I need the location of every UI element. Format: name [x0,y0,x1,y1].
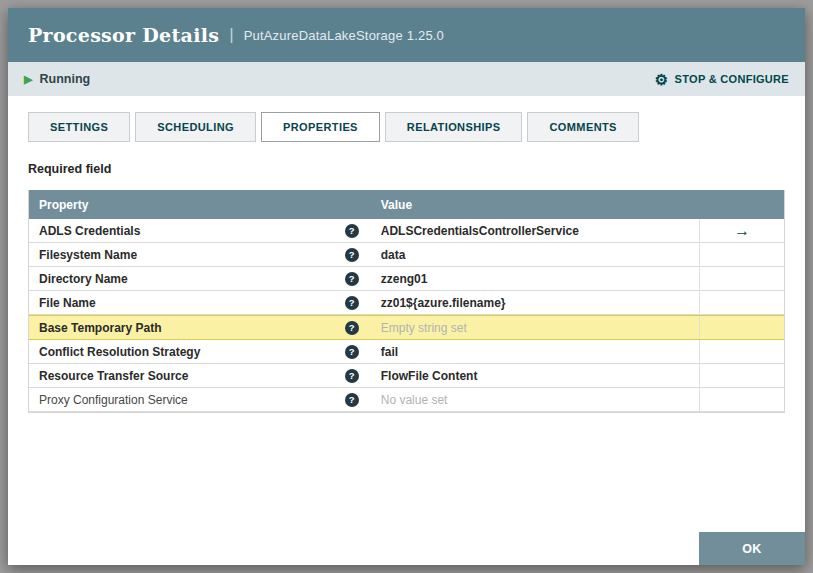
property-name: Filesystem Name [39,248,137,262]
question-mark-icon[interactable]: ? [345,296,359,310]
table-row[interactable]: ADLS Credentials?ADLSCredentialsControll… [29,219,784,243]
table-row[interactable]: Conflict Resolution Strategy?fail [29,340,784,364]
table-row[interactable]: Filesystem Name?data [29,243,784,267]
title-separator: | [229,25,233,45]
properties-table-body: ADLS Credentials?ADLSCredentialsControll… [29,219,784,412]
property-cell: Resource Transfer Source? [29,369,369,383]
property-cell: Proxy Configuration Service? [29,393,369,407]
property-name: Conflict Resolution Strategy [39,345,200,359]
property-value-cell[interactable]: Empty string set [369,321,699,335]
property-value-cell[interactable]: FlowFile Content [369,369,699,383]
property-cell: File Name? [29,296,369,310]
property-value-cell[interactable]: No value set [369,393,699,407]
table-row[interactable]: Directory Name?zzeng01 [29,267,784,291]
tab-settings[interactable]: SETTINGS [28,112,130,142]
run-status-label: Running [39,72,90,86]
question-mark-icon[interactable]: ? [345,393,359,407]
action-cell [699,316,784,339]
property-value: FlowFile Content [381,369,478,383]
dialog-title: Processor Details [28,24,219,46]
property-value-cell[interactable]: data [369,248,699,262]
property-value: zzeng01 [381,272,428,286]
table-row[interactable]: Base Temporary Path?Empty string set [29,315,784,340]
action-cell [699,243,784,266]
property-value: zz01${azure.filename} [381,296,506,310]
table-row[interactable]: Resource Transfer Source?FlowFile Conten… [29,364,784,388]
table-row[interactable]: Proxy Configuration Service?No value set [29,388,784,412]
property-cell: ADLS Credentials? [29,224,369,238]
property-name: Resource Transfer Source [39,369,188,383]
property-name: Proxy Configuration Service [39,393,188,407]
dialog-content: SETTINGSSCHEDULINGPROPERTIESRELATIONSHIP… [8,112,805,413]
tab-scheduling[interactable]: SCHEDULING [135,112,256,142]
question-mark-icon[interactable]: ? [345,345,359,359]
property-name: Base Temporary Path [39,321,162,335]
property-value-cell[interactable]: zzeng01 [369,272,699,286]
question-mark-icon[interactable]: ? [345,321,359,335]
stop-and-configure-label: STOP & CONFIGURE [675,73,789,85]
action-cell: → [699,219,784,242]
property-value: fail [381,345,398,359]
tab-comments[interactable]: COMMENTS [527,112,638,142]
action-cell [699,364,784,387]
property-name: ADLS Credentials [39,224,140,238]
question-mark-icon[interactable]: ? [345,272,359,286]
property-value: ADLSCredentialsControllerService [381,224,579,238]
property-value-cell[interactable]: fail [369,345,699,359]
ok-button[interactable]: OK [699,532,805,565]
tab-bar: SETTINGSSCHEDULINGPROPERTIESRELATIONSHIP… [28,112,785,142]
gear-icon: ⚙ [655,72,669,87]
stop-and-configure-button[interactable]: ⚙ STOP & CONFIGURE [655,72,789,87]
tab-relationships[interactable]: RELATIONSHIPS [385,112,523,142]
property-value-cell[interactable]: ADLSCredentialsControllerService [369,224,699,238]
property-value-cell[interactable]: zz01${azure.filename} [369,296,699,310]
question-mark-icon[interactable]: ? [345,369,359,383]
properties-table: Property Value ADLS Credentials?ADLSCred… [28,190,785,413]
action-cell [699,291,784,314]
column-header-value: Value [369,198,699,212]
status-bar: ▶ Running ⚙ STOP & CONFIGURE [8,62,805,96]
property-cell: Filesystem Name? [29,248,369,262]
property-cell: Conflict Resolution Strategy? [29,345,369,359]
question-mark-icon[interactable]: ? [345,224,359,238]
property-name: File Name [39,296,96,310]
run-status: ▶ Running [24,72,90,86]
property-value: Empty string set [381,321,467,335]
processor-details-dialog: Processor Details | PutAzureDataLakeStor… [8,8,805,565]
processor-type-version: PutAzureDataLakeStorage 1.25.0 [244,28,444,43]
play-icon: ▶ [24,74,32,85]
property-name: Directory Name [39,272,128,286]
table-row[interactable]: File Name?zz01${azure.filename} [29,291,784,315]
action-cell [699,340,784,363]
dialog-header: Processor Details | PutAzureDataLakeStor… [8,8,805,62]
table-header-row: Property Value [29,190,784,219]
property-value: No value set [381,393,448,407]
property-cell: Base Temporary Path? [29,321,369,335]
required-field-label: Required field [28,162,785,176]
question-mark-icon[interactable]: ? [345,248,359,262]
property-value: data [381,248,406,262]
action-cell [699,267,784,290]
action-cell [699,388,784,411]
column-header-property: Property [29,198,369,212]
property-cell: Directory Name? [29,272,369,286]
right-arrow-icon[interactable]: → [734,223,750,239]
tab-properties[interactable]: PROPERTIES [261,112,380,142]
